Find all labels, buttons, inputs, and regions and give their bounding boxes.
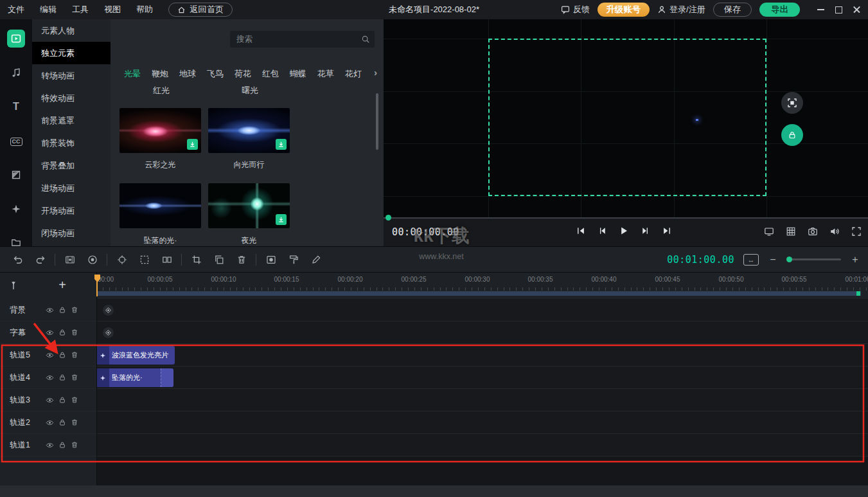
range-end-handle[interactable]	[856, 291, 860, 296]
render-button[interactable]	[282, 247, 305, 272]
login-register-button[interactable]: 登录/注册	[657, 4, 705, 15]
lock-aspect-button[interactable]	[781, 124, 803, 146]
effect-thumbnail[interactable]	[208, 108, 290, 153]
upgrade-account-button[interactable]: 升级账号	[598, 3, 650, 17]
library-scrollbar[interactable]	[376, 93, 378, 150]
zoom-in-button[interactable]: +	[850, 254, 860, 266]
timeline-ruler[interactable]: 00:00 00:00:05 00:00:10 00:00:15 00:00:2…	[96, 273, 868, 287]
category-item[interactable]: 元素人物	[32, 19, 111, 42]
tag-item[interactable]: 飞鸟	[207, 68, 224, 80]
redo-button[interactable]	[29, 247, 51, 272]
playhead-marker-tool[interactable]	[8, 280, 19, 291]
track-visibility-toggle[interactable]	[44, 351, 56, 359]
category-item[interactable]: 前景遮罩	[32, 109, 111, 132]
play-button[interactable]	[619, 226, 629, 236]
tag-item[interactable]: 鞭炮	[152, 68, 168, 80]
download-icon[interactable]	[187, 139, 198, 150]
effect-thumbnail[interactable]	[120, 108, 201, 153]
track-delete-button[interactable]	[68, 329, 80, 336]
menu-file[interactable]: 文件	[0, 0, 32, 19]
skip-to-start-button[interactable]	[576, 226, 585, 235]
download-icon[interactable]	[276, 139, 287, 150]
tag-item[interactable]: 红光	[153, 85, 170, 96]
minimize-icon[interactable]	[811, 0, 829, 19]
save-button[interactable]: 保存	[713, 3, 752, 17]
track-visibility-toggle[interactable]	[44, 441, 56, 449]
category-item[interactable]: 开场动画	[32, 199, 111, 222]
undo-button[interactable]	[6, 247, 29, 272]
add-keyframe-button[interactable]	[103, 305, 114, 316]
rail-item-effects[interactable]	[0, 199, 32, 219]
rail-item-audio[interactable]	[0, 63, 32, 82]
timeline-zoom-slider[interactable]	[787, 258, 841, 260]
effect-thumbnail[interactable]	[208, 183, 290, 228]
export-button[interactable]: 导出	[759, 3, 800, 17]
skip-to-end-button[interactable]	[662, 226, 671, 235]
previous-frame-button[interactable]	[598, 226, 607, 235]
track-delete-button[interactable]	[68, 374, 80, 381]
category-item[interactable]: 转场动画	[32, 64, 111, 87]
search-input[interactable]	[230, 31, 375, 48]
track-delete-button[interactable]	[68, 351, 80, 359]
edit-button[interactable]	[305, 247, 327, 272]
category-item[interactable]: 前景装饰	[32, 132, 111, 154]
timeline-clip[interactable]: 坠落的光·	[96, 368, 173, 387]
menu-help[interactable]: 帮助	[128, 0, 161, 19]
motion-tracking-button[interactable]	[111, 247, 133, 272]
zoom-slider-handle[interactable]	[786, 257, 792, 262]
copy-button[interactable]	[208, 247, 230, 272]
tag-item[interactable]: 蝴蝶	[290, 68, 306, 80]
tag-item[interactable]: 曙光	[242, 85, 258, 96]
menu-edit[interactable]: 编辑	[32, 0, 64, 19]
track-delete-button[interactable]	[68, 396, 80, 404]
feedback-button[interactable]: 反馈	[561, 4, 590, 15]
category-item[interactable]: 进场动画	[32, 177, 111, 199]
download-icon[interactable]	[276, 214, 287, 225]
rail-item-media[interactable]	[0, 29, 32, 48]
split-button[interactable]	[155, 247, 178, 272]
track-delete-button[interactable]	[68, 441, 80, 449]
tag-item[interactable]: 荷花	[235, 68, 251, 80]
track-lock-toggle[interactable]	[56, 306, 68, 314]
track-delete-button[interactable]	[68, 306, 80, 314]
tag-item[interactable]: 花草	[317, 68, 334, 80]
tag-item[interactable]: 地球	[179, 68, 196, 80]
track-lock-toggle[interactable]	[56, 396, 68, 404]
delete-button[interactable]	[230, 247, 252, 272]
fit-timeline-button[interactable]: ↔	[743, 254, 759, 266]
category-item[interactable]: 闭场动画	[32, 222, 111, 244]
maximize-icon[interactable]	[829, 0, 847, 19]
timeline-horizontal-scrollbar[interactable]	[0, 485, 868, 497]
selection-bounding-box[interactable]	[488, 39, 766, 196]
back-home-button[interactable]: 返回首页	[168, 3, 233, 17]
add-to-track-button[interactable]	[58, 247, 81, 272]
tags-scroll-arrow[interactable]: ›	[374, 67, 377, 78]
volume-icon[interactable]	[829, 226, 840, 237]
fit-screen-button[interactable]	[781, 92, 803, 114]
grid-icon[interactable]	[786, 226, 796, 237]
track-visibility-toggle[interactable]	[44, 396, 56, 404]
preview-seek-bar[interactable]	[384, 217, 868, 219]
rail-item-text[interactable]: T	[0, 97, 32, 116]
tag-item[interactable]: 花灯	[345, 68, 362, 80]
track-lock-toggle[interactable]	[56, 441, 68, 449]
effect-thumbnail[interactable]	[120, 183, 201, 228]
mask-button[interactable]	[260, 247, 282, 272]
menu-view[interactable]: 视图	[96, 0, 128, 19]
next-frame-button[interactable]	[641, 226, 650, 235]
selection-box-button[interactable]	[133, 247, 155, 272]
timeline-range-bar[interactable]	[96, 291, 861, 296]
track-visibility-toggle[interactable]	[44, 329, 56, 337]
track-visibility-toggle[interactable]	[44, 419, 56, 427]
timeline-clip[interactable]: 波浪蓝色发光亮片	[96, 346, 175, 365]
tag-item[interactable]: 红包	[262, 68, 279, 80]
zoom-out-button[interactable]: −	[768, 254, 778, 266]
track-lock-toggle[interactable]	[56, 329, 68, 336]
track-delete-button[interactable]	[68, 419, 80, 426]
seek-handle[interactable]	[385, 215, 391, 221]
track-visibility-toggle[interactable]	[44, 306, 56, 314]
menu-tools[interactable]: 工具	[64, 0, 96, 19]
display-settings-icon[interactable]	[764, 226, 774, 237]
track-lock-toggle[interactable]	[56, 419, 68, 426]
rail-item-transitions[interactable]	[0, 165, 32, 185]
